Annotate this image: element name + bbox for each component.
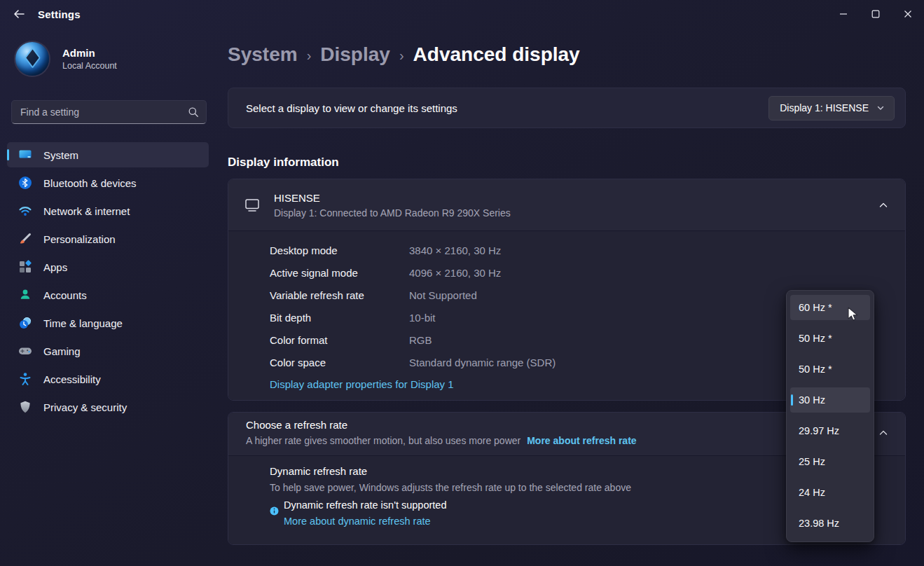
maximize-icon <box>871 10 880 18</box>
sidebar-item-label: Time & language <box>43 317 123 329</box>
breadcrumb: System › Display › Advanced display <box>228 43 580 66</box>
wifi-icon <box>18 204 32 218</box>
collapse-chevron-up-icon[interactable] <box>878 200 888 210</box>
minimize-icon <box>839 10 848 18</box>
minimize-button[interactable] <box>827 0 860 28</box>
more-about-refresh-rate-link[interactable]: More about refresh rate <box>527 435 636 446</box>
user-account-card[interactable]: Admin Local Account <box>15 42 219 76</box>
person-icon <box>18 288 32 302</box>
display-select-value: Display 1: HISENSE <box>780 102 869 113</box>
back-arrow-icon <box>13 8 25 20</box>
sidebar: Admin Local Account System Bluetooth & d… <box>0 28 219 566</box>
info-icon <box>270 506 279 527</box>
info-label: Bit depth <box>270 312 409 324</box>
clock-globe-icon <box>18 316 32 330</box>
search-input[interactable] <box>12 106 188 118</box>
breadcrumb-separator-icon: › <box>307 46 312 64</box>
info-value: 10-bit <box>409 312 436 324</box>
titlebar: Settings <box>0 0 924 28</box>
sidebar-item-label: Bluetooth & devices <box>43 177 137 189</box>
flyout-option-25hz[interactable]: 25 Hz <box>790 449 870 474</box>
info-label: Desktop mode <box>270 244 409 256</box>
sidebar-item-label: System <box>43 149 78 161</box>
info-label: Variable refresh rate <box>270 289 409 301</box>
collapse-chevron-up-icon[interactable] <box>878 428 888 438</box>
monitor-icon <box>243 197 261 214</box>
sidebar-nav: System Bluetooth & devices Network & int… <box>7 142 209 422</box>
info-label: Active signal mode <box>270 267 409 279</box>
user-avatar <box>15 42 49 76</box>
shield-icon <box>18 400 32 414</box>
sidebar-item-apps[interactable]: Apps <box>7 254 209 279</box>
sidebar-item-bluetooth-devices[interactable]: Bluetooth & devices <box>7 170 209 195</box>
info-value: 3840 × 2160, 30 Hz <box>409 244 501 256</box>
user-name: Admin <box>62 47 117 59</box>
sidebar-item-privacy-security[interactable]: Privacy & security <box>7 394 209 420</box>
apps-icon <box>18 260 32 274</box>
sidebar-item-label: Accounts <box>43 289 87 301</box>
chevron-down-icon <box>876 104 885 112</box>
select-display-label: Select a display to view or change its s… <box>246 102 457 114</box>
sidebar-item-time-language[interactable]: Time & language <box>7 310 209 336</box>
info-row-desktop-mode: Desktop mode 3840 × 2160, 30 Hz <box>270 239 888 261</box>
sidebar-item-gaming[interactable]: Gaming <box>7 338 209 364</box>
sidebar-item-label: Network & internet <box>43 205 130 217</box>
refresh-rate-subtitle: A higher rate gives smoother motion, but… <box>246 435 520 446</box>
display-select-dropdown[interactable]: Display 1: HISENSE <box>768 96 895 120</box>
display-connection-info: Display 1: Connected to AMD Radeon R9 29… <box>274 207 511 219</box>
sidebar-item-system[interactable]: System <box>7 142 209 167</box>
bluetooth-icon <box>18 176 32 190</box>
sidebar-item-accounts[interactable]: Accounts <box>7 282 209 308</box>
display-info-header[interactable]: HISENSE Display 1: Connected to AMD Rade… <box>228 179 905 231</box>
info-label: Color format <box>270 334 409 346</box>
close-icon <box>904 10 912 18</box>
display-name: HISENSE <box>274 192 511 204</box>
gamepad-icon <box>18 344 32 358</box>
sidebar-item-accessibility[interactable]: Accessibility <box>7 366 209 392</box>
sidebar-item-label: Accessibility <box>43 373 101 385</box>
info-row-active-signal-mode: Active signal mode 4096 × 2160, 30 Hz <box>270 261 888 284</box>
paintbrush-icon <box>18 232 32 246</box>
sidebar-item-network-internet[interactable]: Network & internet <box>7 198 209 223</box>
sidebar-item-personalization[interactable]: Personalization <box>7 226 209 251</box>
close-button[interactable] <box>892 0 924 28</box>
info-value: 4096 × 2160, 30 Hz <box>409 267 501 279</box>
sidebar-item-label: Personalization <box>43 233 116 245</box>
search-icon <box>188 106 199 118</box>
section-title-display-information: Display information <box>228 156 339 170</box>
more-about-dynamic-refresh-link[interactable]: More about dynamic refresh rate <box>284 516 431 527</box>
dynamic-refresh-status: Dynamic refresh rate isn't supported <box>284 499 446 511</box>
mouse-cursor-icon <box>847 307 861 322</box>
sidebar-item-label: Privacy & security <box>43 401 127 413</box>
sidebar-item-label: Apps <box>43 261 67 273</box>
display-adapter-properties-link[interactable]: Display adapter properties for Display 1 <box>270 378 454 390</box>
flyout-option-50hz-a[interactable]: 50 Hz * <box>790 326 870 351</box>
info-value: Not Supported <box>409 289 477 301</box>
flyout-option-30hz[interactable]: 30 Hz <box>790 387 870 413</box>
breadcrumb-separator-icon: › <box>399 46 404 64</box>
accessibility-icon <box>18 372 32 386</box>
sidebar-item-label: Gaming <box>43 345 81 357</box>
app-title: Settings <box>38 8 81 20</box>
back-button[interactable] <box>7 4 31 25</box>
page-title: Advanced display <box>413 43 580 66</box>
caption-controls <box>827 0 924 28</box>
maximize-button[interactable] <box>860 0 892 28</box>
flyout-option-2997hz[interactable]: 29.97 Hz <box>790 418 870 443</box>
info-label: Color space <box>270 357 409 368</box>
user-account-type: Local Account <box>62 61 117 71</box>
breadcrumb-system[interactable]: System <box>228 43 298 66</box>
breadcrumb-display[interactable]: Display <box>320 43 390 66</box>
refresh-rate-flyout: 60 Hz * 50 Hz * 50 Hz * 30 Hz 29.97 Hz 2… <box>786 290 874 542</box>
info-value: RGB <box>409 334 432 346</box>
info-value: Standard dynamic range (SDR) <box>409 357 556 368</box>
flyout-option-24hz[interactable]: 24 Hz <box>790 480 870 505</box>
flyout-option-50hz-b[interactable]: 50 Hz * <box>790 357 870 382</box>
search-box[interactable] <box>11 100 207 124</box>
system-monitor-icon <box>18 148 32 162</box>
select-display-card: Select a display to view or change its s… <box>228 88 906 128</box>
flyout-option-2398hz[interactable]: 23.98 Hz <box>790 511 870 536</box>
